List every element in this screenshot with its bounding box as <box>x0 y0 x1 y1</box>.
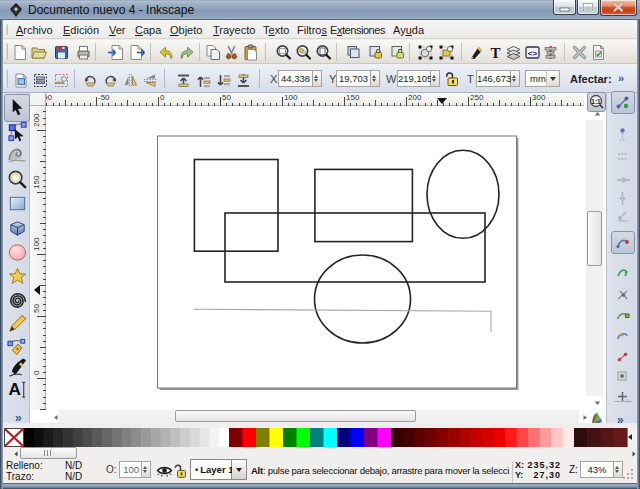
svg-text:<>: <> <box>528 49 538 58</box>
svg-text:100: 100 <box>32 237 41 251</box>
svg-text:100: 100 <box>284 93 298 102</box>
svg-text:150: 150 <box>346 93 360 102</box>
svg-text:A: A <box>8 379 20 399</box>
svg-text:T: T <box>490 45 500 61</box>
svg-text:0: 0 <box>32 370 41 375</box>
svg-text:0: 0 <box>160 93 165 102</box>
svg-text:200: 200 <box>32 113 41 127</box>
svg-text:-50: -50 <box>98 93 110 102</box>
svg-text:-100: -100 <box>46 93 53 102</box>
svg-text:250: 250 <box>470 93 484 102</box>
svg-text:50: 50 <box>32 304 41 313</box>
svg-text:50: 50 <box>222 93 231 102</box>
svg-text:150: 150 <box>32 175 41 189</box>
svg-text:1:1: 1:1 <box>591 98 601 105</box>
svg-text:300: 300 <box>532 93 546 102</box>
svg-text:200: 200 <box>408 93 422 102</box>
